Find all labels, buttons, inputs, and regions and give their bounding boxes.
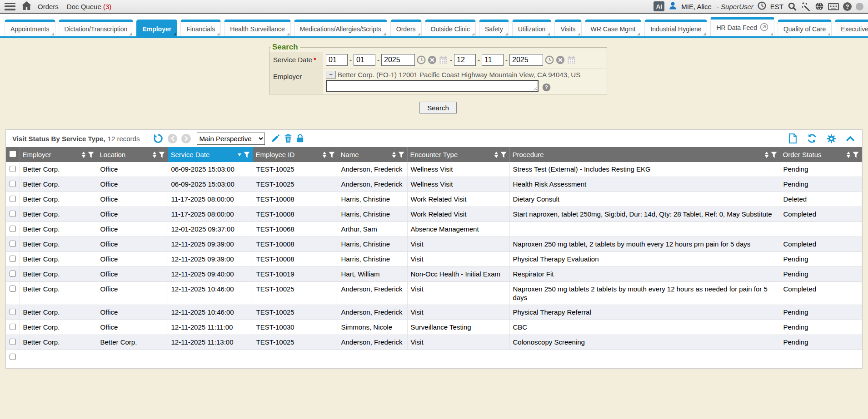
tab-health-surveillance[interactable]: Health Surveillance [224, 20, 291, 36]
tab-visits[interactable]: Visits [554, 20, 581, 36]
sort-icon[interactable] [765, 152, 768, 158]
tab-financials[interactable]: Financials [180, 20, 221, 36]
row-checkbox[interactable] [10, 226, 16, 232]
table-row[interactable]: Better Corp.Office 12-11-2025 10:46:00TE… [6, 305, 862, 320]
employer-search-input[interactable] [326, 80, 539, 92]
tab-orders[interactable]: Orders [390, 20, 422, 36]
sort-icon[interactable] [82, 152, 85, 158]
table-row[interactable]: Better Corp.Better Corp. 12-11-2025 11:1… [6, 335, 862, 350]
table-row[interactable]: Better Corp.Office 12-11-2025 09:39:00TE… [6, 252, 862, 267]
table-row[interactable]: Better Corp.Office 06-09-2025 15:03:00TE… [6, 177, 862, 192]
row-checkbox[interactable] [10, 339, 16, 345]
lock-perspective-icon[interactable] [296, 134, 304, 143]
to-calendar-icon[interactable] [567, 55, 576, 64]
tab-outside-clinic[interactable]: Outside Clinic [425, 20, 476, 36]
from-time-icon[interactable] [417, 55, 426, 64]
column-header-service-date[interactable]: Service Date [168, 147, 253, 162]
from-year-input[interactable] [381, 54, 415, 66]
row-checkbox[interactable] [10, 166, 16, 172]
filter-icon[interactable] [159, 152, 165, 158]
export-document-icon[interactable] [788, 133, 797, 143]
tab-dictation-transcription[interactable]: Dictation/Transcription [59, 20, 134, 36]
from-month-input[interactable] [326, 54, 348, 66]
column-header-employee-id[interactable]: Employee ID [253, 147, 338, 162]
next-page-icon[interactable] [181, 134, 191, 143]
row-checkbox[interactable] [10, 196, 16, 202]
select-all-header[interactable] [6, 147, 20, 162]
column-header-encounter-type[interactable]: Encounter Type [407, 147, 509, 162]
tab-wr-case-mgmt[interactable]: WR Case Mgmt [585, 20, 642, 36]
home-icon[interactable] [22, 1, 31, 12]
delete-perspective-icon[interactable] [284, 134, 292, 143]
ai-assistant-button[interactable]: AI [653, 1, 664, 11]
table-row[interactable]: Better Corp.Office 06-09-2025 15:03:00TE… [6, 162, 862, 177]
row-checkbox[interactable] [10, 324, 16, 330]
table-row[interactable]: Better Corp.Office 11-17-2025 08:00:00TE… [6, 192, 862, 207]
employer-help-icon[interactable]: ? [542, 83, 551, 92]
table-row[interactable]: Better Corp.Office 12-11-2025 11:11:00TE… [6, 320, 862, 335]
table-row[interactable]: Better Corp.Office 12-11-2025 09:39:00TE… [6, 237, 862, 252]
filter-icon[interactable] [398, 152, 404, 158]
from-day-input[interactable] [354, 54, 375, 66]
sort-descending-icon[interactable] [238, 153, 241, 156]
column-header-procedure[interactable]: Procedure [509, 147, 780, 162]
sort-icon[interactable] [392, 152, 396, 158]
tab-quality-of-care[interactable]: Quality of Care [778, 20, 832, 36]
edit-perspective-icon[interactable] [271, 134, 280, 143]
timezone-label[interactable]: EST [770, 3, 783, 10]
from-clear-icon[interactable] [428, 55, 437, 64]
table-row[interactable]: Better Corp.Office 12-11-2025 09:40:00TE… [6, 267, 862, 282]
sort-icon[interactable] [153, 152, 156, 158]
tab-executive-dashboard[interactable]: Executive Dashboard [835, 20, 868, 36]
row-checkbox[interactable] [10, 211, 16, 217]
row-checkbox[interactable] [10, 309, 16, 315]
to-time-icon[interactable] [545, 55, 554, 64]
row-checkbox[interactable] [10, 241, 16, 247]
tab-utilization[interactable]: Utilization [512, 20, 552, 36]
tab-employer[interactable]: Employer [136, 20, 177, 36]
magic-wand-icon[interactable] [801, 2, 811, 11]
column-header-employer[interactable]: Employer [20, 147, 97, 162]
filter-icon[interactable] [853, 152, 859, 158]
globe-phone-icon[interactable] [815, 2, 824, 11]
filter-icon[interactable] [771, 152, 777, 158]
select-all-checkbox[interactable] [10, 151, 16, 157]
breadcrumb-orders[interactable]: Orders [38, 3, 59, 10]
table-row[interactable]: Better Corp.Office 12-11-2025 10:46:00TE… [6, 282, 862, 305]
footer-select-checkbox[interactable] [10, 354, 16, 360]
search-icon[interactable] [788, 2, 797, 11]
row-checkbox[interactable] [10, 286, 16, 292]
column-header-name[interactable]: Name [338, 147, 407, 162]
from-calendar-icon[interactable] [439, 55, 448, 64]
to-month-input[interactable] [454, 54, 476, 66]
column-header-order-status[interactable]: Order Status [780, 147, 862, 162]
to-year-input[interactable] [509, 54, 543, 66]
settings-gear-icon[interactable] [827, 134, 836, 143]
to-day-input[interactable] [482, 54, 504, 66]
sort-icon[interactable] [323, 152, 326, 158]
breadcrumb-doc-queue[interactable]: Doc Queue (3) [67, 3, 111, 10]
refresh-icon[interactable] [807, 133, 817, 143]
tab-hr-data-feed[interactable]: HR Data Feed [710, 17, 774, 36]
row-checkbox[interactable] [10, 271, 16, 277]
filter-icon[interactable] [500, 152, 507, 158]
collapse-panel-icon[interactable] [846, 136, 855, 142]
help-icon[interactable]: ? [843, 2, 852, 11]
previous-page-icon[interactable] [168, 134, 177, 143]
filter-icon[interactable] [88, 152, 94, 158]
user-name[interactable]: MIE, Alice [681, 3, 712, 10]
sort-icon[interactable] [494, 152, 498, 158]
perspective-select[interactable]: Main Perspective [197, 133, 265, 145]
sort-icon[interactable] [847, 152, 850, 158]
filter-icon[interactable] [244, 152, 250, 158]
tab-medications-allergies-scripts[interactable]: Medications/Allergies/Scripts [294, 20, 387, 36]
tab-safety[interactable]: Safety [479, 20, 509, 36]
column-header-location[interactable]: Location [97, 147, 168, 162]
row-checkbox[interactable] [10, 256, 16, 262]
undo-icon[interactable] [153, 133, 164, 144]
tab-appointments[interactable]: Appointments [5, 20, 55, 36]
employer-remove-button[interactable]: − [326, 71, 336, 79]
tab-industrial-hygiene[interactable]: Industrial Hygiene [644, 20, 707, 36]
table-row[interactable]: Better Corp.Office 11-17-2025 08:00:00TE… [6, 207, 862, 222]
to-clear-icon[interactable] [556, 55, 565, 64]
